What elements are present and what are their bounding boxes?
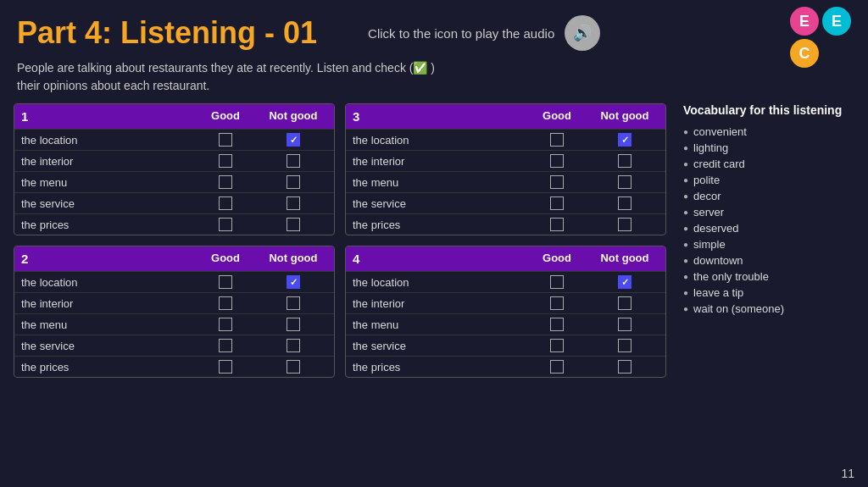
cb-good-2-0[interactable] xyxy=(219,275,232,289)
cb-notgood-1-4[interactable] xyxy=(287,218,300,231)
checkbox-notgood-3-2[interactable] xyxy=(591,175,659,189)
cb-good-4-4[interactable] xyxy=(550,360,564,374)
row-label-3-1: the interior xyxy=(353,155,523,168)
cb-notgood-1-0[interactable] xyxy=(287,133,300,147)
cb-notgood-3-4[interactable] xyxy=(618,218,632,231)
vocab-item-8: downtown xyxy=(683,252,848,268)
cb-notgood-2-4[interactable] xyxy=(287,360,300,374)
cb-good-4-0[interactable] xyxy=(550,275,564,289)
vocab-item-3: polite xyxy=(683,172,848,188)
cb-good-2-1[interactable] xyxy=(219,296,232,310)
row-label-2-0: the location xyxy=(21,276,192,289)
cb-notgood-4-1[interactable] xyxy=(618,296,632,310)
table-row: the service xyxy=(14,335,334,356)
cb-good-4-3[interactable] xyxy=(550,339,564,352)
checkbox-notgood-3-3[interactable] xyxy=(591,196,659,210)
cb-notgood-4-2[interactable] xyxy=(618,318,632,331)
table-card-4: 4GoodNot goodthe locationthe interiorthe… xyxy=(345,246,666,378)
row-label-1-3: the service xyxy=(21,197,192,210)
cb-notgood-4-0[interactable] xyxy=(618,275,632,289)
row-label-2-3: the service xyxy=(21,340,192,352)
cb-notgood-2-0[interactable] xyxy=(287,275,300,289)
table-row: the location xyxy=(346,129,665,150)
checkbox-good-2-0[interactable] xyxy=(192,275,259,289)
checkbox-good-3-4[interactable] xyxy=(523,218,591,231)
checkbox-good-1-4[interactable] xyxy=(192,218,259,231)
checkbox-good-3-1[interactable] xyxy=(523,154,591,168)
tables-area: 1GoodNot goodthe locationthe interiorthe… xyxy=(14,103,666,378)
cb-good-3-2[interactable] xyxy=(550,175,564,189)
checkbox-good-4-4[interactable] xyxy=(523,360,591,374)
checkbox-notgood-4-3[interactable] xyxy=(591,339,659,352)
cb-notgood-1-2[interactable] xyxy=(287,175,300,189)
cb-good-4-1[interactable] xyxy=(550,296,564,310)
checkbox-good-3-0[interactable] xyxy=(523,133,591,147)
cb-notgood-4-3[interactable] xyxy=(618,339,632,352)
cb-good-3-3[interactable] xyxy=(550,196,564,210)
checkbox-notgood-2-1[interactable] xyxy=(259,296,327,310)
checkbox-notgood-3-0[interactable] xyxy=(591,133,659,147)
checkbox-good-1-2[interactable] xyxy=(192,175,259,189)
checkbox-notgood-4-2[interactable] xyxy=(591,318,659,331)
cb-good-4-2[interactable] xyxy=(550,318,564,331)
checkbox-notgood-1-1[interactable] xyxy=(259,154,327,168)
cb-notgood-1-1[interactable] xyxy=(287,154,300,168)
checkbox-notgood-1-0[interactable] xyxy=(259,133,327,147)
checkbox-good-4-0[interactable] xyxy=(523,275,591,289)
checkbox-notgood-2-3[interactable] xyxy=(259,339,327,352)
cb-notgood-3-2[interactable] xyxy=(618,175,632,189)
checkbox-notgood-2-2[interactable] xyxy=(259,318,327,331)
checkbox-notgood-4-1[interactable] xyxy=(591,296,659,310)
cb-good-2-3[interactable] xyxy=(219,339,232,352)
checkbox-good-4-3[interactable] xyxy=(523,339,591,352)
cb-good-2-2[interactable] xyxy=(219,318,232,331)
cb-notgood-3-3[interactable] xyxy=(618,196,632,210)
checkbox-good-1-3[interactable] xyxy=(192,196,259,210)
cb-good-1-1[interactable] xyxy=(219,154,232,168)
row-label-3-3: the service xyxy=(353,197,523,210)
checkbox-good-1-1[interactable] xyxy=(192,154,259,168)
cb-good-3-4[interactable] xyxy=(550,218,564,231)
col-notgood-1: Not good xyxy=(259,109,327,124)
table-header-3: 3GoodNot good xyxy=(346,104,665,129)
cb-good-3-0[interactable] xyxy=(550,133,564,147)
header: Part 4: Listening - 01 Click to the icon… xyxy=(0,0,868,59)
checkbox-notgood-2-0[interactable] xyxy=(259,275,327,289)
cb-good-1-2[interactable] xyxy=(219,175,232,189)
audio-play-button[interactable]: 🔊 xyxy=(565,15,600,51)
table-row: the menu xyxy=(346,313,665,335)
cb-good-3-1[interactable] xyxy=(550,154,564,168)
vocabulary-section: Vocabulary for this listening convenient… xyxy=(676,103,854,378)
checkbox-good-1-0[interactable] xyxy=(192,133,259,147)
checkbox-notgood-4-0[interactable] xyxy=(591,275,659,289)
checkbox-good-4-2[interactable] xyxy=(523,318,591,331)
cb-notgood-2-2[interactable] xyxy=(287,318,300,331)
checkbox-notgood-3-4[interactable] xyxy=(591,218,659,231)
cb-notgood-4-4[interactable] xyxy=(618,360,632,374)
cb-notgood-3-1[interactable] xyxy=(618,154,632,168)
checkbox-notgood-4-4[interactable] xyxy=(591,360,659,374)
checkbox-good-2-1[interactable] xyxy=(192,296,259,310)
checkbox-notgood-1-3[interactable] xyxy=(259,196,327,210)
cb-notgood-2-3[interactable] xyxy=(287,339,300,352)
cb-good-1-3[interactable] xyxy=(219,196,232,210)
cb-good-2-4[interactable] xyxy=(219,360,232,374)
cb-good-1-0[interactable] xyxy=(219,133,232,147)
cb-notgood-3-0[interactable] xyxy=(618,133,632,147)
col-notgood-3: Not good xyxy=(591,109,659,124)
checkbox-good-2-4[interactable] xyxy=(192,360,259,374)
checkbox-notgood-1-4[interactable] xyxy=(259,218,327,231)
table-row: the location xyxy=(14,271,334,292)
checkbox-good-4-1[interactable] xyxy=(523,296,591,310)
cb-notgood-2-1[interactable] xyxy=(287,296,300,310)
cb-good-1-4[interactable] xyxy=(219,218,232,231)
checkbox-good-2-2[interactable] xyxy=(192,318,259,331)
checkbox-notgood-3-1[interactable] xyxy=(591,154,659,168)
checkbox-notgood-2-4[interactable] xyxy=(259,360,327,374)
checkbox-good-3-3[interactable] xyxy=(523,196,591,210)
speaker-icon: 🔊 xyxy=(573,24,592,42)
checkbox-good-3-2[interactable] xyxy=(523,175,591,189)
cb-notgood-1-3[interactable] xyxy=(287,196,300,210)
checkbox-good-2-3[interactable] xyxy=(192,339,259,352)
checkbox-notgood-1-2[interactable] xyxy=(259,175,327,189)
